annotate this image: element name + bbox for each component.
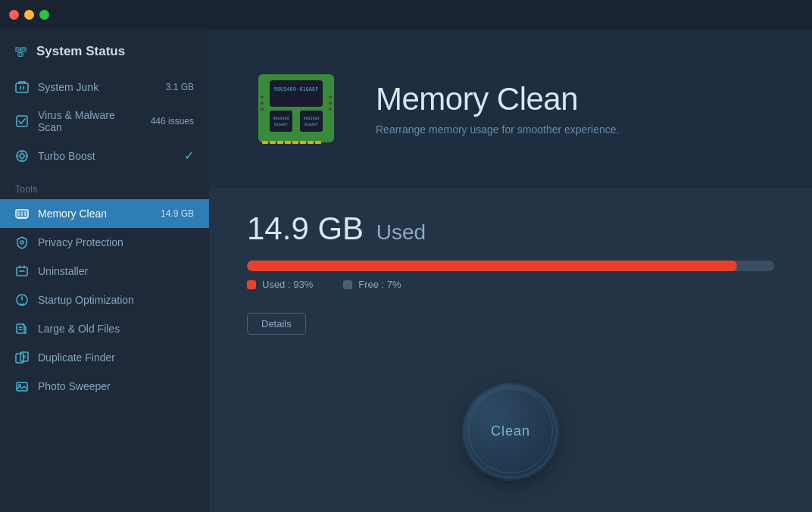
memory-progress-bar <box>247 261 774 271</box>
svg-rect-5 <box>23 48 25 51</box>
photo-sweeper-icon <box>15 379 29 393</box>
svg-point-62 <box>329 95 332 98</box>
svg-point-60 <box>261 101 264 105</box>
svg-rect-9 <box>16 83 28 92</box>
legend-free-label: Free : 7% <box>358 279 401 290</box>
svg-rect-48 <box>300 141 306 144</box>
svg-rect-12 <box>17 116 27 126</box>
svg-point-26 <box>20 241 23 244</box>
sidebar-item-startup-optimization[interactable]: Startup Optimization <box>0 286 209 314</box>
memory-legend: Used : 93% Free : 7% <box>247 279 774 290</box>
system-status-icon <box>15 45 29 58</box>
svg-point-59 <box>261 95 264 98</box>
sidebar-header-title: System Status <box>36 44 125 59</box>
hero-icon-container: 99U5469-016AEF 99U5469 016AEF 99U5469 01… <box>247 59 345 158</box>
svg-rect-23 <box>21 211 23 216</box>
sidebar-item-virus-badge: 446 issues <box>151 116 194 126</box>
svg-rect-7 <box>19 53 20 55</box>
sidebar: System Status System Junk 3.1 GB <box>0 29 209 512</box>
legend-used-dot <box>247 280 256 289</box>
svg-rect-24 <box>24 211 27 216</box>
title-bar <box>0 0 812 29</box>
svg-rect-53 <box>270 111 292 132</box>
legend-free-dot <box>343 280 352 289</box>
svg-rect-51 <box>270 80 323 107</box>
hero-text: Memory Clean Rearrange memory usage for … <box>376 81 619 136</box>
svg-rect-22 <box>17 211 20 216</box>
sidebar-item-photo-sweeper-label: Photo Sweeper <box>38 380 194 392</box>
sidebar-item-large-files-label: Large & Old Files <box>38 323 194 335</box>
uninstaller-icon <box>15 264 29 278</box>
svg-point-63 <box>329 101 332 105</box>
memory-used-label: Used <box>376 220 426 244</box>
sidebar-item-memory-clean-badge: 14.9 GB <box>161 208 194 219</box>
memory-clean-icon <box>15 207 29 220</box>
svg-rect-4 <box>22 48 23 51</box>
virus-scan-icon <box>15 114 29 128</box>
svg-rect-1 <box>16 48 17 51</box>
legend-used: Used : 93% <box>247 279 313 290</box>
sidebar-item-virus-malware[interactable]: Virus & Malware Scan 446 issues <box>0 101 209 141</box>
sidebar-item-system-junk[interactable]: System Junk 3.1 GB <box>0 73 209 101</box>
clean-section: Clean <box>209 350 812 512</box>
memory-used-display: 14.9 GB Used <box>247 211 774 247</box>
sidebar-item-privacy-protection[interactable]: Privacy Protection <box>0 228 209 257</box>
main-content: 99U5469-016AEF 99U5469 016AEF 99U5469 01… <box>209 29 812 512</box>
sidebar-item-duplicate-finder[interactable]: Duplicate Finder <box>0 343 209 372</box>
sidebar-item-photo-sweeper[interactable]: Photo Sweeper <box>0 372 209 401</box>
details-section: Details <box>209 305 812 350</box>
stats-section: 14.9 GB Used Used : 93% Free : 7% <box>209 188 812 305</box>
memory-chip-image: 99U5469-016AEF 99U5469 016AEF 99U5469 01… <box>247 59 345 158</box>
svg-rect-44 <box>270 141 276 144</box>
app-body: System Status System Junk 3.1 GB <box>0 29 812 512</box>
svg-rect-56 <box>300 111 323 132</box>
legend-used-label: Used : 93% <box>262 279 313 290</box>
sidebar-header: System Status <box>0 29 209 73</box>
sidebar-item-uninstaller[interactable]: Uninstaller <box>0 257 209 286</box>
hero-section: 99U5469-016AEF 99U5469 016AEF 99U5469 01… <box>209 29 812 188</box>
svg-line-14 <box>21 119 25 123</box>
sidebar-item-virus-label: Virus & Malware Scan <box>38 109 142 133</box>
sidebar-item-startup-label: Startup Optimization <box>38 294 194 306</box>
traffic-lights <box>9 10 49 20</box>
sidebar-item-duplicate-label: Duplicate Finder <box>38 351 194 364</box>
svg-rect-49 <box>308 141 314 144</box>
svg-text:99U5469: 99U5469 <box>273 116 289 120</box>
svg-rect-8 <box>20 53 22 55</box>
svg-rect-0 <box>15 48 20 52</box>
svg-text:016AEF: 016AEF <box>274 122 288 126</box>
svg-text:016AEF: 016AEF <box>304 122 318 126</box>
sidebar-item-uninstaller-label: Uninstaller <box>38 265 194 277</box>
clean-button[interactable]: Clean <box>465 386 556 476</box>
sidebar-item-memory-clean[interactable]: Memory Clean 14.9 GB <box>0 199 209 228</box>
turbo-boost-check: ✓ <box>184 148 194 163</box>
sidebar-item-system-junk-label: System Junk <box>38 81 157 93</box>
svg-rect-45 <box>277 141 283 144</box>
sidebar-item-large-old-files[interactable]: Large & Old Files <box>0 314 209 343</box>
sidebar-item-system-junk-badge: 3.1 GB <box>166 82 194 92</box>
startup-icon <box>15 293 29 307</box>
clean-button-label: Clean <box>491 423 530 439</box>
minimize-button[interactable] <box>24 10 34 20</box>
maximize-button[interactable] <box>39 10 49 20</box>
svg-point-64 <box>329 108 332 111</box>
svg-rect-47 <box>292 141 298 144</box>
svg-point-61 <box>261 108 264 111</box>
sidebar-item-turbo-label: Turbo Boost <box>38 150 175 162</box>
sidebar-item-turbo-boost[interactable]: Turbo Boost ✓ <box>0 141 209 170</box>
svg-point-16 <box>20 154 24 158</box>
close-button[interactable] <box>9 10 19 20</box>
memory-used-unit: GB <box>317 211 364 246</box>
legend-free: Free : 7% <box>343 279 401 290</box>
privacy-icon <box>15 236 29 249</box>
memory-used-value: 14.9 <box>247 211 309 246</box>
large-files-icon <box>15 322 29 336</box>
duplicate-icon <box>15 351 29 364</box>
turbo-boost-icon <box>15 149 29 163</box>
svg-text:99U5469-016AEF: 99U5469-016AEF <box>273 86 318 92</box>
details-button[interactable]: Details <box>247 313 306 335</box>
svg-rect-33 <box>17 324 24 333</box>
sidebar-item-memory-clean-label: Memory Clean <box>38 208 151 220</box>
tools-label: Tools <box>0 170 209 199</box>
system-junk-icon <box>15 80 29 94</box>
